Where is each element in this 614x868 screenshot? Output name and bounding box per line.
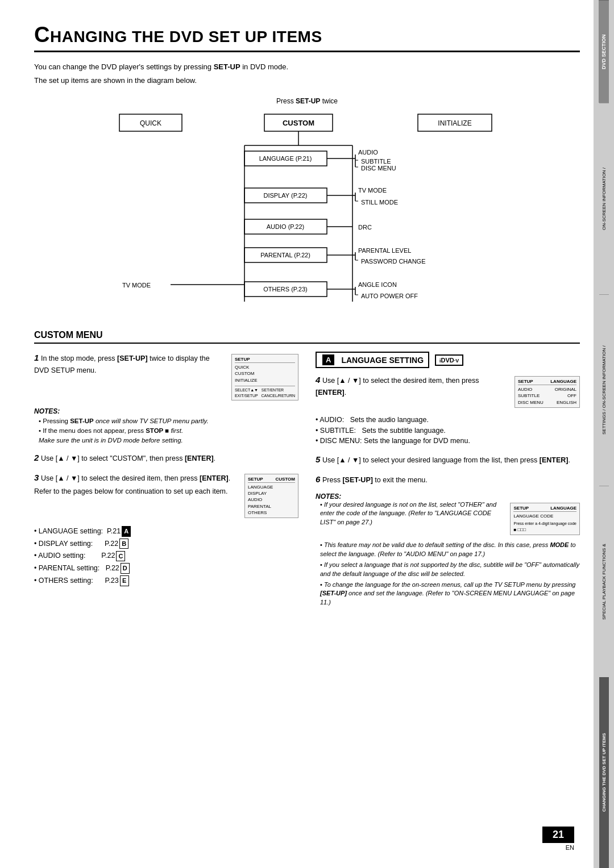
step-5: 5 Use [▲ / ▼] to select your desired lan… [316,453,580,466]
svg-text:TV MODE: TV MODE [122,282,151,289]
chapter-title-text: HANGING THE DVD SET UP ITEMS [50,28,322,45]
label-a: A [122,526,131,537]
page-number: 21 [542,827,574,843]
step-2: 2 Use [▲ / ▼] to select "CUSTOM", then p… [34,452,298,465]
chapter-letter: C [34,23,50,47]
lang-box: A LANGUAGE SETTING [316,352,429,368]
screen-lang-code-img: SETUPLANGUAGE LANGUAGE CODE Press enter … [510,503,580,535]
screen-setup-img: SETUP QUICK CUSTOM INITIALIZE SELECT▲▼ S… [231,354,298,400]
svg-text:AUDIO: AUDIO [358,149,378,156]
label-d: D [121,563,130,574]
sidebar-tab-info: ON-SCREEN INFORMATION / [599,103,609,294]
step-1-notes: • Pressing SET-UP once will show TV SETU… [39,416,298,445]
two-column-layout: 1 In the stop mode, press [SET-UP] twice… [34,352,580,609]
svg-text:DISC MENU: DISC MENU [361,165,396,172]
sidebar-tab-settings: SETTINGS / ON-SCREEN INFORMATION / [599,294,609,486]
step-1-text: In the stop mode, press [SET-UP] twice t… [34,354,210,374]
step-2-number: 2 [34,453,39,462]
step-5-text: Use [▲ / ▼] to select your desired langu… [322,456,570,464]
step-6-text: Press [SET-UP] to exit the menu. [322,476,428,484]
label-b: B [119,539,128,549]
svg-text:STILL MODE: STILL MODE [361,199,398,206]
right-sidebar: DVD SECTION ON-SCREEN INFORMATION / SETT… [594,0,614,868]
lang-box-letter: A [322,354,334,365]
step-1-notes-label: NOTES: [34,406,298,416]
lang-setting-title: LANGUAGE SETTING [341,356,424,365]
diagram-section: Press SET-UP twice QUICK CUSTOM INITIALI… [34,97,580,319]
intro-line1: You can change the DVD player's settings… [34,61,580,73]
left-column: 1 In the stop mode, press [SET-UP] twice… [34,352,298,609]
svg-text:TV MODE: TV MODE [358,187,387,194]
sidebar-tab-dvd: DVD SECTION [599,0,609,103]
bullet-list: • LANGUAGE setting: P.21 A • DISPLAY set… [34,526,298,586]
svg-text:QUICK: QUICK [140,119,161,127]
step-3-text: Use [▲ / ▼] to select the desired item, … [41,474,230,482]
lang-setting-header: A LANGUAGE SETTING iDVD·V [316,352,580,368]
intro-line2: The set up items are shown in the diagra… [34,75,580,86]
lang-notes-label: NOTES: [316,493,580,500]
svg-text:INITIALIZE: INITIALIZE [438,119,471,127]
diagram-svg: QUICK CUSTOM INITIALIZE TV MODE LANGUAGE… [102,108,512,319]
chapter-title: CHANGING THE DVD SET UP ITEMS [34,23,580,52]
sidebar-tab-changing: CHANGING THE DVD SET UP ITEMS [599,677,609,868]
custom-menu-title: CUSTOM MENU [34,330,580,344]
svg-text:PASSWORD CHANGE: PASSWORD CHANGE [361,258,425,265]
svg-text:ANGLE ICON: ANGLE ICON [358,281,397,288]
svg-text:AUDIO (P.22): AUDIO (P.22) [267,223,304,230]
lang-notes: • If your desired language is not on the… [320,500,580,607]
step-2-text: Use [▲ / ▼] to select "CUSTOM", then pre… [41,454,215,462]
svg-text:DISPLAY (P.22): DISPLAY (P.22) [263,192,307,199]
dvd-logo: iDVD·V [435,354,463,366]
step-4-text: Use [▲ / ▼] to select the desired item, … [316,377,479,397]
step-4: 4 Use [▲ / ▼] to select the desired item… [316,374,580,446]
step-3: 3 Use [▲ / ▼] to select the desired item… [34,471,298,586]
step-1: 1 In the stop mode, press [SET-UP] twice… [34,352,298,445]
label-e: E [120,575,129,586]
step-4-number: 4 [316,375,320,385]
page-container: CHANGING THE DVD SET UP ITEMS You can ch… [0,0,614,868]
svg-text:LANGUAGE (P.21): LANGUAGE (P.21) [259,155,312,162]
svg-text:OTHERS (P.23): OTHERS (P.23) [263,286,307,293]
step-3-number: 3 [34,473,39,482]
right-column: A LANGUAGE SETTING iDVD·V 4 Use [▲ / ▼] … [316,352,580,609]
svg-text:SUBTITLE: SUBTITLE [361,158,391,165]
svg-text:CUSTOM: CUSTOM [283,119,314,127]
press-setup-label: Press SET-UP twice [34,97,580,105]
svg-text:PARENTAL LEVEL: PARENTAL LEVEL [358,247,411,254]
step-6: 6 Press [SET-UP] to exit the menu. [316,473,580,486]
step-5-number: 5 [316,454,320,464]
custom-menu-section: CUSTOM MENU 1 In the stop mode, press [S… [34,330,580,609]
screen-custom-img: SETUPCUSTOM LANGUAGE DISPLAY AUDIO PAREN… [244,474,298,518]
svg-text:PARENTAL (P.22): PARENTAL (P.22) [260,252,310,258]
screen-lang-img: SETUPLANGUAGE AUDIOORIGINAL SUBTITLEOFF … [515,376,580,408]
label-c: C [116,551,125,562]
page-number-area: 21 EN [542,827,574,851]
sidebar-tab-playback: SPECIAL PLAYBACK FUNCTIONS & [599,486,609,677]
svg-text:AUTO POWER OFF: AUTO POWER OFF [361,293,418,299]
step-4-bullets: • AUDIO: Sets the audio language. • SUBT… [316,415,580,446]
step-1-number: 1 [34,353,39,362]
page-en: EN [566,844,574,851]
step-3-refer: Refer to the pages below for continuatio… [34,486,241,497]
step-6-number: 6 [316,474,320,484]
svg-text:DRC: DRC [358,224,372,231]
